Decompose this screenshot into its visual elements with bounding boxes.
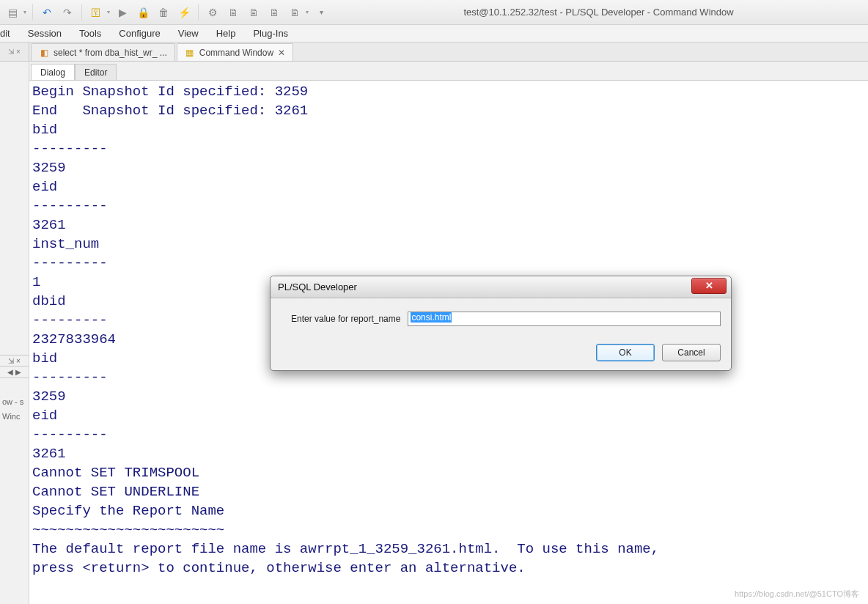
dialog-titlebar[interactable]: PL/SQL Developer ✕ [271,276,731,298]
file-tab-label: Command Window [199,48,273,58]
menu-edit[interactable]: dit [0,28,10,39]
redo-icon[interactable]: ↷ [59,4,76,21]
key-icon[interactable]: ⚿ [88,4,104,21]
prompt-dialog: PL/SQL Developer ✕ Enter value for repor… [270,276,732,371]
report-name-input[interactable]: consi.html [408,312,721,326]
window-title: test@10.1.252.32/test - PL/SQL Developer… [334,7,864,18]
document-tabs: ⇲ × ◧ select * from dba_hist_wr_ ... ▦ C… [0,43,868,62]
ok-button[interactable]: OK [596,344,655,361]
separator [198,4,199,21]
menu-help[interactable]: Help [216,28,236,39]
separator [81,4,82,21]
panel-pin-controls[interactable]: ⇲ × [0,42,29,61]
menu-configure[interactable]: Configure [119,28,160,39]
watermark: https://blog.csdn.net/@51CTO博客 [735,589,859,600]
dialog-title-text: PL/SQL Developer [278,281,357,292]
overflow-icon[interactable]: ▾ [313,4,329,21]
separator [32,4,33,21]
menu-tools[interactable]: Tools [79,28,101,39]
side-panel: ⇲ × ◀ ▶ ow - s Winc [0,62,29,604]
close-icon[interactable]: ✕ [691,278,727,294]
lightning-icon[interactable]: ⚡ [176,4,192,21]
undo-icon[interactable]: ↶ [39,4,55,21]
menu-plugins[interactable]: Plug-Ins [253,28,288,39]
file-tab-command-window[interactable]: ▦ Command Window ✕ [177,43,293,61]
lock-icon[interactable]: 🔒 [135,4,151,21]
input-selection: consi.html [411,312,452,323]
dropdown-caret-icon: ▾ [306,9,309,15]
dialog-body: Enter value for report_name consi.html O… [271,298,731,370]
menu-session[interactable]: Session [28,28,62,39]
tab-editor[interactable]: Editor [75,64,117,80]
sub-tabs: Dialog Editor [29,62,868,81]
toolbar: ▤ ▾ ↶ ↷ ⚿ ▾ ▶ 🔒 🗑 ⚡ ⚙ 🗎 🗎 🗎 🗎 ▾ ▾ test@1… [0,0,868,25]
side-label-1: ow - s [0,394,29,409]
dropdown-caret-icon: ▾ [23,9,26,15]
doc-gear-icon[interactable]: 🗎 [266,4,282,21]
menu-view[interactable]: View [178,28,199,39]
panel-nav-arrows[interactable]: ◀ ▶ [0,367,29,378]
dropdown-caret-icon: ▾ [107,9,110,15]
cancel-button[interactable]: Cancel [662,344,721,361]
panel-pin-controls[interactable]: ⇲ × [0,355,29,367]
app-menu-icon[interactable]: ▤ [4,4,21,21]
settings-sliders-icon[interactable]: ⚙ [205,4,221,21]
menubar: dit Session Tools Configure View Help Pl… [0,25,868,43]
doc-search-icon[interactable]: 🗎 [246,4,262,21]
side-label-2: Winc [0,409,29,424]
file-tab-sql[interactable]: ◧ select * from dba_hist_wr_ ... [31,43,175,61]
doc-icon[interactable]: 🗎 [225,4,241,21]
tab-dialog[interactable]: Dialog [31,64,75,80]
doc-plain-icon[interactable]: 🗎 [287,4,303,21]
play-icon[interactable]: ▶ [114,4,130,21]
sql-icon: ◧ [39,48,49,58]
close-icon[interactable]: ✕ [278,48,285,58]
trash-icon[interactable]: 🗑 [155,4,172,21]
file-tab-label: select * from dba_hist_wr_ ... [54,48,167,58]
dialog-prompt-label: Enter value for report_name [291,314,400,324]
cmd-icon: ▦ [185,48,195,58]
